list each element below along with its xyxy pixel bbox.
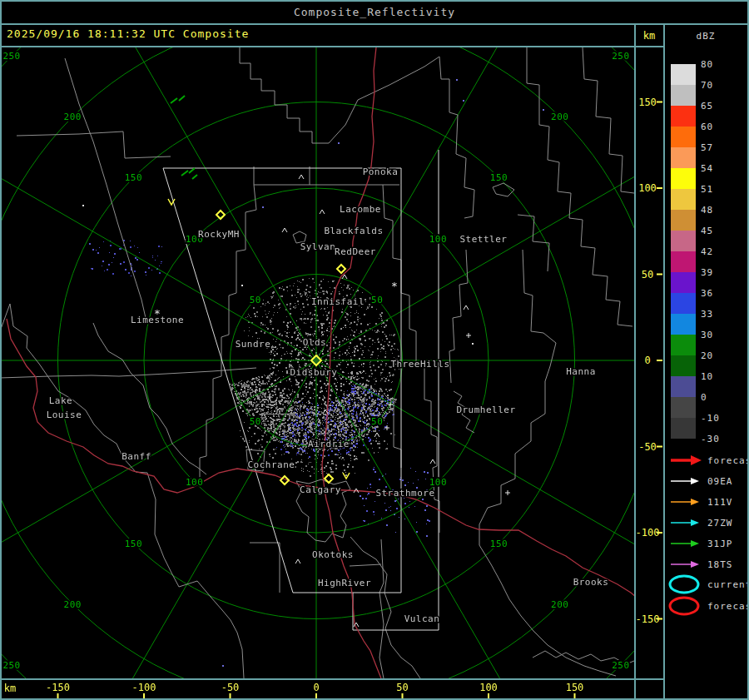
- blue-dot-marker: [262, 206, 264, 208]
- colorbar-block: [671, 418, 696, 439]
- town-plus-marker: [388, 402, 393, 407]
- county-boundary-line: [65, 58, 146, 318]
- ring-distance-label: 150: [125, 539, 142, 549]
- colorbar-block: [671, 251, 696, 272]
- colorbar-block: [671, 314, 696, 335]
- colorbar-label: 30: [701, 330, 713, 340]
- ring-distance-label: 200: [64, 112, 82, 122]
- city-label-calgary: Calgary: [300, 484, 341, 495]
- county-boundary-line: [449, 250, 468, 383]
- bottom-axis-tick-label: 50: [396, 682, 408, 693]
- city-label-banff: Banff: [122, 451, 151, 462]
- colorbar-block: [671, 272, 696, 293]
- county-boundary-line: [518, 215, 549, 271]
- ring-distance-label: 250: [612, 51, 629, 62]
- city-label-didsbury: Didsbury: [290, 367, 338, 378]
- legend-arrow-label: 31JP: [707, 539, 733, 549]
- green-dash-mark: [192, 175, 197, 179]
- titlebar-divider: [0, 23, 749, 25]
- legend-current-ellipse-icon: [670, 576, 698, 593]
- timestamp: 2025/09/16 18:11:32 UTC Composite: [7, 27, 249, 40]
- colorbar-block: [671, 335, 696, 355]
- bottom-axis-tick-label: 150: [566, 682, 584, 693]
- small-dot-marker: [82, 205, 84, 206]
- legend-arrowhead-icon: [691, 499, 699, 505]
- colorbar-block: [671, 189, 696, 210]
- city-label-reddeer: RedDeer: [335, 246, 376, 257]
- bottom-axis-tick-label: -100: [132, 682, 156, 693]
- county-boundary-line: [379, 539, 384, 678]
- range-radial-line: [67, 47, 316, 360]
- city-label-stettler: Stettler: [460, 234, 508, 245]
- storm-cell-diamond-marker[interactable]: [337, 265, 345, 273]
- ring-distance-label: 150: [125, 172, 142, 183]
- colorbar-label: 45: [701, 226, 713, 236]
- right-axis-tick: [657, 187, 662, 189]
- blue-dot-marker: [463, 100, 464, 102]
- legend-panel: dBZ807065605754514845423936333020100-10-…: [663, 0, 747, 700]
- right-axis-tick-label: -50: [638, 441, 657, 453]
- storm-cell-diamond-marker[interactable]: [216, 211, 225, 219]
- colorbar-label: 60: [701, 122, 713, 132]
- right-axis-tick: [657, 532, 662, 534]
- town-plus-marker: [466, 333, 471, 338]
- small-dot-marker: [241, 285, 243, 286]
- colorbar-block: [671, 106, 696, 127]
- colorbar-label: 51: [701, 184, 713, 195]
- right-axis-tick: [657, 360, 662, 361]
- legend-divider: [663, 23, 665, 698]
- storm-vee-marker[interactable]: [343, 473, 350, 479]
- town-asterisk-marker: *: [391, 280, 398, 292]
- colorbar-block: [671, 376, 696, 397]
- city-label-airdrie: Airdrie: [308, 439, 350, 449]
- bottom-axis-tick-label: 100: [479, 682, 498, 693]
- city-label-threehills: ThreeHills: [390, 359, 449, 370]
- blue-dot-marker: [543, 109, 544, 111]
- border-left: [0, 0, 2, 700]
- ring-distance-label: 150: [490, 539, 508, 549]
- colorbar-block: [671, 210, 696, 231]
- map-overlay-layer: 5050505010010010010015015015015020020020…: [2, 47, 634, 678]
- city-label-cochrane: Cochrane: [248, 459, 295, 470]
- colorbar-label: 42: [701, 246, 713, 257]
- radar-map[interactable]: 5050505010010010010015015015015020020020…: [2, 47, 634, 678]
- right-axis-tick-label: 50: [642, 269, 653, 280]
- city-label-lacombe: Lacombe: [340, 204, 381, 215]
- ring-distance-label: 250: [612, 660, 629, 671]
- bottom-axis-tick-label: -50: [221, 682, 240, 693]
- county-boundary-line: [523, 250, 543, 333]
- green-dash-mark: [181, 171, 188, 176]
- small-dot-marker: [472, 343, 474, 345]
- legend-arrow-label: 18TS: [707, 559, 733, 570]
- legend-forecast-ellipse-icon: [670, 598, 698, 614]
- right-axis-tick: [657, 274, 662, 276]
- colorbar-block: [671, 85, 696, 106]
- colorbar-label: 33: [701, 309, 713, 320]
- colorbar-label: 54: [701, 163, 713, 174]
- range-radial-line: [316, 360, 566, 678]
- blue-dot-marker: [338, 142, 340, 144]
- legend-arrow-label: 09EA: [707, 476, 733, 487]
- ring-distance-label: 50: [371, 295, 383, 305]
- city-label-highriver: HighRiver: [318, 578, 371, 588]
- bottom-distance-axis: km-150-100-50050100150: [2, 680, 634, 700]
- city-label-brooks: Brooks: [573, 577, 609, 588]
- radar-site-marker[interactable]: [311, 355, 321, 365]
- green-dash-mark: [179, 96, 185, 101]
- ring-distance-label: 50: [250, 416, 261, 427]
- city-label-blackfalds: Blackfalds: [324, 226, 383, 236]
- colorbar-block: [671, 355, 696, 376]
- legend-ellipse-label: forecast: [707, 601, 747, 612]
- county-boundary-line: [350, 537, 420, 678]
- county-boundary-line: [250, 543, 280, 593]
- town-caret-marker: [282, 228, 287, 232]
- bottom-axis-unit: km: [4, 683, 16, 694]
- legend-arrowhead-icon: [691, 561, 699, 568]
- ring-distance-label: 100: [429, 234, 447, 245]
- county-boundary-line: [260, 414, 293, 415]
- right-axis-tick-label: -150: [636, 613, 659, 625]
- ring-distance-label: 200: [551, 599, 568, 610]
- right-axis-tick-label: 150: [638, 97, 657, 108]
- green-dash-mark: [171, 98, 177, 103]
- city-label-drumheller: Drumheller: [456, 405, 515, 415]
